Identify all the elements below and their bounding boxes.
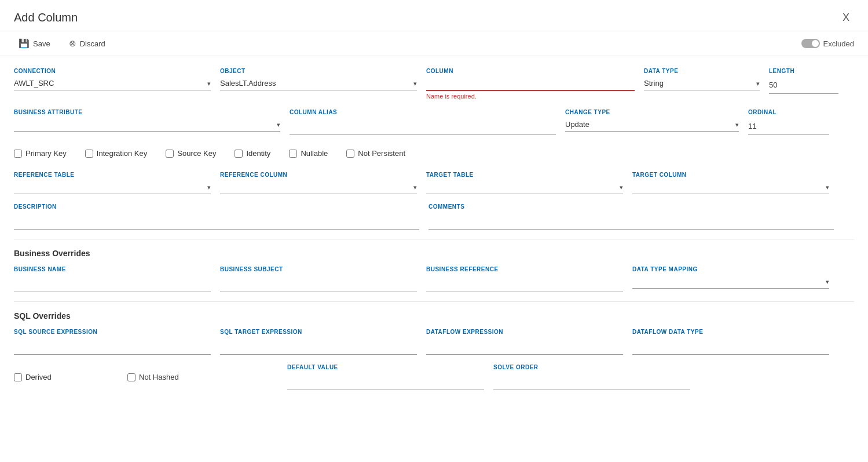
not-persistent-checkbox[interactable] bbox=[346, 150, 354, 158]
source-key-checkbox[interactable] bbox=[166, 150, 174, 158]
derived-checkbox-item[interactable]: Derived bbox=[14, 373, 118, 381]
not-persistent-label: Not Persistent bbox=[358, 149, 405, 158]
business-overrides-row: BUSINESS NAME BUSINESS SUBJECT BUSINESS … bbox=[14, 266, 854, 292]
length-field: LENGTH bbox=[769, 68, 838, 94]
business-overrides-title: Business Overrides bbox=[14, 249, 854, 258]
business-subject-field: BUSINESS SUBJECT bbox=[220, 266, 417, 292]
nullable-label: Nullable bbox=[301, 149, 328, 158]
solve-order-field: SOLVE ORDER bbox=[493, 364, 690, 390]
source-key-label: Source Key bbox=[177, 149, 216, 158]
dialog-title: Add Column bbox=[14, 11, 78, 24]
column-input-wrapper bbox=[426, 77, 635, 91]
not-hashed-label: Not Hashed bbox=[139, 373, 179, 381]
sql-target-label: SQL TARGET EXPRESSION bbox=[220, 329, 417, 335]
default-value-field: DEFAULT VALUE bbox=[287, 364, 484, 390]
target-table-select[interactable] bbox=[426, 180, 623, 194]
primary-key-checkbox-item[interactable]: Primary Key bbox=[14, 149, 67, 158]
object-select-wrapper: SalesLT.Address ▾ bbox=[220, 77, 417, 90]
toolbar-right: Excluded bbox=[801, 39, 854, 48]
row-2: BUSINESS ATTRIBUTE ▾ COLUMN ALIAS CHANGE… bbox=[14, 109, 854, 135]
business-attribute-label: BUSINESS ATTRIBUTE bbox=[14, 109, 280, 115]
derived-checkbox[interactable] bbox=[14, 373, 22, 381]
dataflow-data-type-input[interactable] bbox=[632, 337, 829, 355]
solve-order-input[interactable] bbox=[493, 373, 690, 390]
integration-key-checkbox-item[interactable]: Integration Key bbox=[85, 149, 147, 158]
comments-field: COMMENTS bbox=[428, 203, 834, 230]
business-attribute-field: BUSINESS ATTRIBUTE ▾ bbox=[14, 109, 280, 132]
nullable-checkbox-item[interactable]: Nullable bbox=[289, 149, 328, 158]
connection-field: CONNECTION AWLT_SRC ▾ bbox=[14, 68, 211, 90]
column-alias-input[interactable] bbox=[290, 118, 556, 135]
close-button[interactable]: X bbox=[838, 9, 854, 26]
bottom-row: Derived Not Hashed DEFAULT VALUE SOLVE O… bbox=[14, 364, 854, 390]
not-hashed-checkbox-item[interactable]: Not Hashed bbox=[127, 373, 255, 381]
ordinal-input[interactable] bbox=[748, 118, 829, 135]
description-input[interactable] bbox=[14, 212, 419, 230]
reference-table-select[interactable] bbox=[14, 180, 211, 194]
business-subject-input[interactable] bbox=[220, 275, 417, 292]
ordinal-label: ORDINAL bbox=[748, 109, 829, 115]
data-type-label: DATA TYPE bbox=[644, 68, 760, 74]
default-value-input[interactable] bbox=[287, 373, 484, 390]
primary-key-checkbox[interactable] bbox=[14, 150, 22, 158]
not-hashed-checkbox[interactable] bbox=[127, 373, 135, 381]
business-reference-input[interactable] bbox=[426, 275, 623, 292]
target-column-label: TARGET COLUMN bbox=[632, 172, 829, 178]
sql-overrides-title: SQL Overrides bbox=[14, 311, 854, 321]
target-column-select-wrapper: ▾ bbox=[632, 180, 829, 194]
comments-input[interactable] bbox=[428, 212, 834, 230]
connection-select[interactable]: AWLT_SRC bbox=[14, 77, 211, 90]
change-type-select[interactable]: Update bbox=[565, 118, 739, 132]
business-reference-field: BUSINESS REFERENCE bbox=[426, 266, 623, 292]
column-input[interactable] bbox=[426, 77, 635, 90]
reference-column-select[interactable] bbox=[220, 180, 417, 194]
data-type-mapping-select[interactable] bbox=[632, 275, 829, 289]
default-value-label: DEFAULT VALUE bbox=[287, 364, 484, 370]
integration-key-checkbox[interactable] bbox=[85, 150, 93, 158]
business-attribute-select[interactable] bbox=[14, 118, 280, 132]
connection-select-wrapper: AWLT_SRC ▾ bbox=[14, 77, 211, 90]
target-column-select[interactable] bbox=[632, 180, 829, 194]
row-1: CONNECTION AWLT_SRC ▾ OBJECT SalesLT.Add… bbox=[14, 68, 854, 100]
length-label: LENGTH bbox=[769, 68, 838, 74]
dataflow-expression-input[interactable] bbox=[426, 337, 623, 355]
excluded-label: Excluded bbox=[823, 39, 854, 48]
save-button[interactable]: 💾 Save bbox=[14, 36, 55, 51]
object-select[interactable]: SalesLT.Address bbox=[220, 77, 417, 90]
data-type-select-wrapper: String ▾ bbox=[644, 77, 760, 90]
sql-target-input[interactable] bbox=[220, 337, 417, 355]
source-key-checkbox-item[interactable]: Source Key bbox=[166, 149, 216, 158]
description-field: DESCRIPTION bbox=[14, 203, 419, 230]
row-4: DESCRIPTION COMMENTS bbox=[14, 203, 854, 230]
identity-checkbox-item[interactable]: Identity bbox=[235, 149, 270, 158]
reference-table-field: REFERENCE TABLE ▾ bbox=[14, 172, 211, 194]
target-table-field: TARGET TABLE ▾ bbox=[426, 172, 623, 194]
column-alias-field: COLUMN ALIAS bbox=[290, 109, 556, 135]
nullable-checkbox[interactable] bbox=[289, 150, 297, 158]
toolbar-left: 💾 Save ⊗ Discard bbox=[14, 36, 110, 51]
identity-label: Identity bbox=[246, 149, 270, 158]
data-type-mapping-field: DATA TYPE MAPPING ▾ bbox=[632, 266, 829, 289]
target-column-field: TARGET COLUMN ▾ bbox=[632, 172, 829, 194]
column-alias-label: COLUMN ALIAS bbox=[290, 109, 556, 115]
reference-column-label: REFERENCE COLUMN bbox=[220, 172, 417, 178]
reference-column-select-wrapper: ▾ bbox=[220, 180, 417, 194]
discard-button[interactable]: ⊗ Discard bbox=[64, 36, 110, 51]
reference-table-select-wrapper: ▾ bbox=[14, 180, 211, 194]
comments-label: COMMENTS bbox=[428, 203, 834, 210]
dialog-header: Add Column X bbox=[0, 0, 868, 31]
change-type-label: CHANGE TYPE bbox=[565, 109, 739, 115]
change-type-select-wrapper: Update ▾ bbox=[565, 118, 739, 132]
not-persistent-checkbox-item[interactable]: Not Persistent bbox=[346, 149, 405, 158]
identity-checkbox[interactable] bbox=[235, 150, 243, 158]
business-name-input[interactable] bbox=[14, 275, 211, 292]
dataflow-expression-label: DATAFLOW EXPRESSION bbox=[426, 329, 623, 335]
excluded-toggle[interactable] bbox=[801, 39, 820, 48]
data-type-select[interactable]: String bbox=[644, 77, 760, 90]
data-type-mapping-label: DATA TYPE MAPPING bbox=[632, 266, 829, 272]
divider-1 bbox=[14, 239, 854, 239]
sql-source-input[interactable] bbox=[14, 337, 211, 355]
length-input[interactable] bbox=[769, 77, 838, 94]
column-field: COLUMN Name is required. bbox=[426, 68, 635, 100]
add-column-dialog: Add Column X 💾 Save ⊗ Discard Excluded C… bbox=[0, 0, 868, 462]
